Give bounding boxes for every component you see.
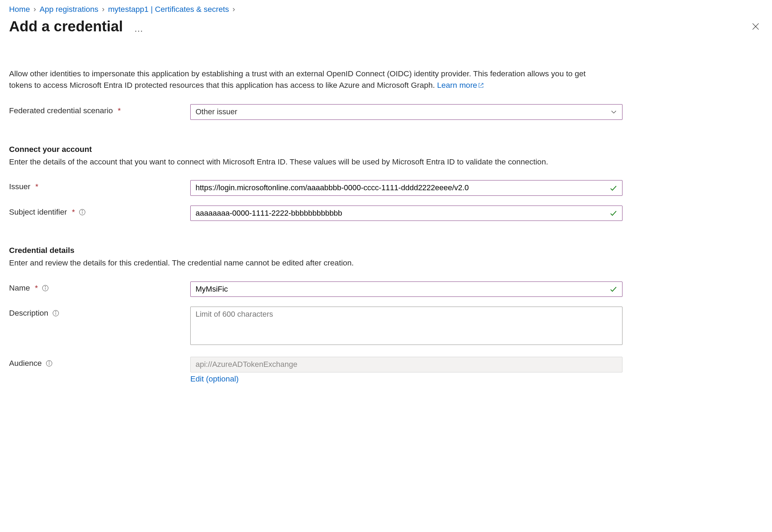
breadcrumb-separator: ›	[232, 5, 235, 14]
credential-details-description: Enter and review the details for this cr…	[9, 257, 595, 269]
issuer-input[interactable]	[190, 180, 622, 195]
issuer-label: Issuer	[9, 182, 30, 191]
name-label: Name	[9, 284, 30, 293]
breadcrumb-certificates-secrets[interactable]: mytestapp1 | Certificates & secrets	[108, 5, 229, 14]
connect-heading: Connect your account	[9, 145, 763, 154]
required-marker: *	[118, 106, 121, 115]
edit-audience-link[interactable]: Edit (optional)	[190, 375, 239, 383]
info-icon[interactable]	[41, 284, 49, 292]
breadcrumb-separator: ›	[33, 5, 36, 14]
credential-details-heading: Credential details	[9, 246, 763, 255]
description-input[interactable]	[190, 307, 622, 345]
title-row: Add a credential …	[9, 18, 763, 35]
svg-point-4	[82, 210, 82, 211]
audience-label: Audience	[9, 359, 42, 368]
subject-label: Subject identifier	[9, 208, 67, 217]
svg-point-7	[45, 286, 45, 287]
close-icon	[751, 22, 760, 31]
scenario-value: Other issuer	[190, 104, 622, 119]
description-label: Description	[9, 309, 48, 318]
required-marker: *	[72, 208, 75, 217]
learn-more-link[interactable]: Learn more	[437, 81, 484, 90]
info-icon[interactable]	[45, 360, 53, 367]
audience-input	[190, 357, 622, 372]
scenario-label: Federated credential scenario	[9, 106, 113, 115]
svg-point-13	[49, 362, 49, 362]
info-icon[interactable]	[78, 208, 86, 216]
intro-body: Allow other identities to impersonate th…	[9, 69, 586, 90]
required-marker: *	[35, 182, 38, 191]
intro-text: Allow other identities to impersonate th…	[9, 68, 595, 92]
breadcrumb-home[interactable]: Home	[9, 5, 30, 14]
breadcrumb-app-registrations[interactable]: App registrations	[40, 5, 99, 14]
connect-description: Enter the details of the account that yo…	[9, 156, 595, 168]
scenario-select[interactable]: Other issuer	[190, 104, 622, 119]
learn-more-label: Learn more	[437, 81, 477, 90]
svg-point-10	[55, 311, 56, 312]
breadcrumb-separator: ›	[102, 5, 105, 14]
external-link-icon	[478, 80, 484, 92]
close-button[interactable]	[748, 19, 763, 34]
breadcrumb: Home › App registrations › mytestapp1 | …	[9, 5, 763, 14]
subject-identifier-input[interactable]	[190, 206, 622, 221]
info-icon[interactable]	[52, 309, 60, 317]
page-title: Add a credential	[9, 18, 123, 35]
name-input[interactable]	[190, 282, 622, 297]
more-actions-button[interactable]: …	[134, 23, 144, 34]
required-marker: *	[35, 284, 38, 293]
